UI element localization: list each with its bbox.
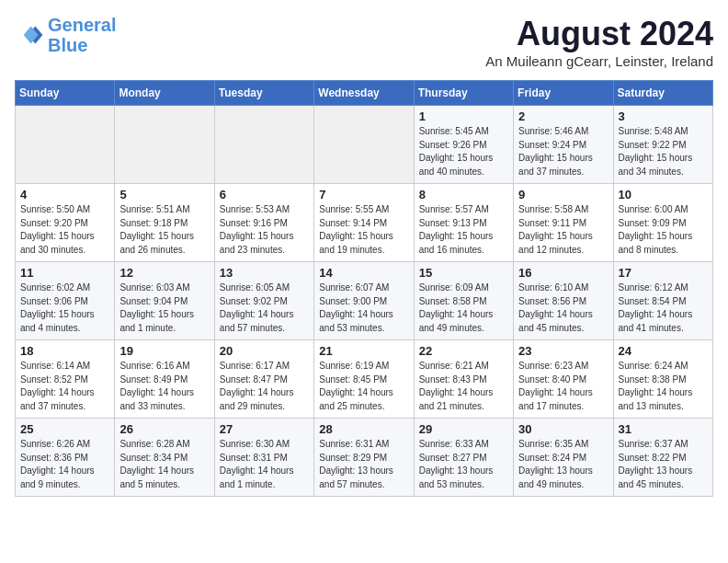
calendar-cell: 1Sunrise: 5:45 AM Sunset: 9:26 PM Daylig… <box>414 106 513 184</box>
day-number: 13 <box>220 266 309 280</box>
day-number: 11 <box>20 266 109 280</box>
weekday-header-saturday: Saturday <box>613 81 712 106</box>
day-info: Sunrise: 6:30 AM Sunset: 8:31 PM Dayligh… <box>220 438 309 491</box>
day-info: Sunrise: 5:58 AM Sunset: 9:11 PM Dayligh… <box>518 203 608 257</box>
calendar-cell: 29Sunrise: 6:33 AM Sunset: 8:27 PM Dayli… <box>414 419 513 497</box>
weekday-header-thursday: Thursday <box>414 81 513 106</box>
calendar-cell: 28Sunrise: 6:31 AM Sunset: 8:29 PM Dayli… <box>314 419 414 497</box>
day-number: 21 <box>319 344 408 358</box>
weekday-header-monday: Monday <box>115 81 214 106</box>
weekday-header-friday: Friday <box>514 81 613 106</box>
day-number: 16 <box>518 266 608 280</box>
day-number: 7 <box>319 188 408 201</box>
day-number: 26 <box>119 422 209 436</box>
weekday-header-sunday: Sunday <box>16 81 115 106</box>
day-info: Sunrise: 5:50 AM Sunset: 9:20 PM Dayligh… <box>20 203 109 257</box>
calendar-cell: 16Sunrise: 6:10 AM Sunset: 8:56 PM Dayli… <box>514 262 613 340</box>
calendar-cell: 2Sunrise: 5:46 AM Sunset: 9:24 PM Daylig… <box>514 106 613 184</box>
day-number: 15 <box>419 266 508 280</box>
day-number: 19 <box>119 344 209 358</box>
day-info: Sunrise: 6:33 AM Sunset: 8:27 PM Dayligh… <box>419 438 508 491</box>
day-info: Sunrise: 6:03 AM Sunset: 9:04 PM Dayligh… <box>119 282 209 335</box>
calendar-week-row: 4Sunrise: 5:50 AM Sunset: 9:20 PM Daylig… <box>16 184 713 262</box>
day-number: 27 <box>220 422 309 436</box>
location-title: An Muileann gCearr, Leinster, Ireland <box>485 53 713 69</box>
calendar-cell: 24Sunrise: 6:24 AM Sunset: 8:38 PM Dayli… <box>613 340 712 419</box>
calendar-cell: 15Sunrise: 6:09 AM Sunset: 8:58 PM Dayli… <box>414 262 513 340</box>
calendar-cell: 30Sunrise: 6:35 AM Sunset: 8:24 PM Dayli… <box>514 419 613 497</box>
calendar-table: SundayMondayTuesdayWednesdayThursdayFrid… <box>15 80 713 497</box>
weekday-header-wednesday: Wednesday <box>314 81 414 106</box>
calendar-cell <box>16 106 115 184</box>
day-info: Sunrise: 6:24 AM Sunset: 8:38 PM Dayligh… <box>619 360 708 413</box>
day-info: Sunrise: 6:00 AM Sunset: 9:09 PM Dayligh… <box>619 203 708 257</box>
logo-icon <box>15 20 44 50</box>
calendar-cell <box>115 106 214 184</box>
calendar-week-row: 1Sunrise: 5:45 AM Sunset: 9:26 PM Daylig… <box>16 106 713 184</box>
calendar-cell: 10Sunrise: 6:00 AM Sunset: 9:09 PM Dayli… <box>613 184 712 262</box>
day-info: Sunrise: 6:31 AM Sunset: 8:29 PM Dayligh… <box>319 438 408 491</box>
logo-text: General Blue <box>48 15 116 55</box>
calendar-cell: 21Sunrise: 6:19 AM Sunset: 8:45 PM Dayli… <box>314 340 414 419</box>
day-info: Sunrise: 6:14 AM Sunset: 8:52 PM Dayligh… <box>20 360 109 413</box>
calendar-week-row: 18Sunrise: 6:14 AM Sunset: 8:52 PM Dayli… <box>16 340 713 419</box>
day-info: Sunrise: 6:37 AM Sunset: 8:22 PM Dayligh… <box>619 438 708 491</box>
calendar-cell: 14Sunrise: 6:07 AM Sunset: 9:00 PM Dayli… <box>314 262 414 340</box>
day-info: Sunrise: 6:28 AM Sunset: 8:34 PM Dayligh… <box>119 438 209 491</box>
day-number: 23 <box>518 344 608 358</box>
calendar-cell: 5Sunrise: 5:51 AM Sunset: 9:18 PM Daylig… <box>115 184 214 262</box>
calendar-cell: 4Sunrise: 5:50 AM Sunset: 9:20 PM Daylig… <box>16 184 115 262</box>
day-number: 28 <box>319 422 408 436</box>
day-number: 5 <box>119 188 209 201</box>
calendar-cell: 17Sunrise: 6:12 AM Sunset: 8:54 PM Dayli… <box>613 262 712 340</box>
title-block: August 2024 An Muileann gCearr, Leinster… <box>485 15 713 69</box>
weekday-header-tuesday: Tuesday <box>214 81 313 106</box>
calendar-cell: 7Sunrise: 5:55 AM Sunset: 9:14 PM Daylig… <box>314 184 414 262</box>
calendar-cell: 11Sunrise: 6:02 AM Sunset: 9:06 PM Dayli… <box>16 262 115 340</box>
day-number: 30 <box>518 422 608 436</box>
page-header: General Blue August 2024 An Muileann gCe… <box>15 15 713 69</box>
calendar-cell: 13Sunrise: 6:05 AM Sunset: 9:02 PM Dayli… <box>214 262 313 340</box>
day-number: 22 <box>419 344 508 358</box>
day-number: 20 <box>220 344 309 358</box>
day-number: 8 <box>419 188 508 201</box>
day-info: Sunrise: 5:46 AM Sunset: 9:24 PM Dayligh… <box>518 125 608 178</box>
day-number: 12 <box>119 266 209 280</box>
calendar-cell: 22Sunrise: 6:21 AM Sunset: 8:43 PM Dayli… <box>414 340 513 419</box>
day-info: Sunrise: 6:10 AM Sunset: 8:56 PM Dayligh… <box>518 282 608 335</box>
logo: General Blue <box>15 15 116 55</box>
calendar-cell: 12Sunrise: 6:03 AM Sunset: 9:04 PM Dayli… <box>115 262 214 340</box>
day-number: 25 <box>20 422 109 436</box>
calendar-week-row: 11Sunrise: 6:02 AM Sunset: 9:06 PM Dayli… <box>16 262 713 340</box>
calendar-week-row: 25Sunrise: 6:26 AM Sunset: 8:36 PM Dayli… <box>16 419 713 497</box>
day-info: Sunrise: 6:26 AM Sunset: 8:36 PM Dayligh… <box>20 438 109 491</box>
month-title: August 2024 <box>485 15 713 53</box>
calendar-cell <box>214 106 313 184</box>
day-number: 6 <box>220 188 309 201</box>
calendar-cell <box>314 106 414 184</box>
day-info: Sunrise: 6:05 AM Sunset: 9:02 PM Dayligh… <box>220 282 309 335</box>
day-number: 18 <box>20 344 109 358</box>
day-info: Sunrise: 6:09 AM Sunset: 8:58 PM Dayligh… <box>419 282 508 335</box>
day-info: Sunrise: 5:57 AM Sunset: 9:13 PM Dayligh… <box>419 203 508 257</box>
day-info: Sunrise: 5:53 AM Sunset: 9:16 PM Dayligh… <box>220 203 309 257</box>
day-info: Sunrise: 6:02 AM Sunset: 9:06 PM Dayligh… <box>20 282 109 335</box>
calendar-cell: 31Sunrise: 6:37 AM Sunset: 8:22 PM Dayli… <box>613 419 712 497</box>
day-number: 24 <box>619 344 708 358</box>
day-number: 4 <box>20 188 109 201</box>
day-number: 29 <box>419 422 508 436</box>
calendar-cell: 3Sunrise: 5:48 AM Sunset: 9:22 PM Daylig… <box>613 106 712 184</box>
day-info: Sunrise: 6:17 AM Sunset: 8:47 PM Dayligh… <box>220 360 309 413</box>
day-info: Sunrise: 5:45 AM Sunset: 9:26 PM Dayligh… <box>419 125 508 178</box>
day-number: 14 <box>319 266 408 280</box>
calendar-cell: 6Sunrise: 5:53 AM Sunset: 9:16 PM Daylig… <box>214 184 313 262</box>
calendar-cell: 20Sunrise: 6:17 AM Sunset: 8:47 PM Dayli… <box>214 340 313 419</box>
calendar-cell: 9Sunrise: 5:58 AM Sunset: 9:11 PM Daylig… <box>514 184 613 262</box>
calendar-cell: 18Sunrise: 6:14 AM Sunset: 8:52 PM Dayli… <box>16 340 115 419</box>
day-number: 17 <box>619 266 708 280</box>
day-info: Sunrise: 6:12 AM Sunset: 8:54 PM Dayligh… <box>619 282 708 335</box>
day-info: Sunrise: 5:55 AM Sunset: 9:14 PM Dayligh… <box>319 203 408 257</box>
day-number: 3 <box>619 109 708 123</box>
day-info: Sunrise: 6:16 AM Sunset: 8:49 PM Dayligh… <box>119 360 209 413</box>
day-info: Sunrise: 6:21 AM Sunset: 8:43 PM Dayligh… <box>419 360 508 413</box>
